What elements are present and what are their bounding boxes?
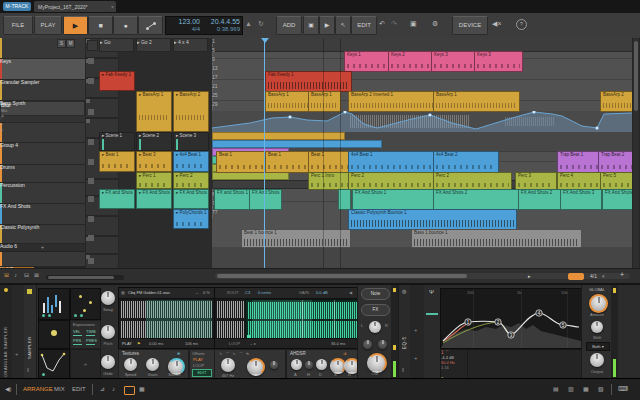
band-q-value[interactable]: 1.16	[441, 365, 467, 370]
mod-amount-bar[interactable]	[426, 313, 438, 315]
eq5-tab[interactable]: EQ-5	[402, 309, 407, 349]
sample-stretch-value[interactable]: 0 %	[203, 290, 210, 295]
filter-type-icons[interactable]: ∿⌒∿⌒≋	[219, 351, 252, 356]
play-from-start-icon[interactable]: ▶	[319, 16, 335, 35]
arranger-clip-perc-5[interactable]: Perc 5	[600, 172, 632, 190]
out-knob[interactable]	[367, 353, 387, 373]
automation-write-button[interactable]	[138, 16, 163, 35]
launcher-hscrollbar[interactable]	[46, 275, 124, 280]
empty-modulator-slot[interactable]: +	[70, 349, 101, 379]
eq-node-3[interactable]: 3	[508, 332, 514, 338]
eq-node-1[interactable]: 1	[465, 319, 471, 325]
track-row-granular-sampler[interactable]: Granular SamplerSM	[0, 59, 85, 80]
automation-point[interactable]	[532, 111, 535, 114]
follow-playhead-icon[interactable]: ▸	[528, 273, 531, 279]
inspector-icon[interactable]: ▥	[568, 386, 574, 393]
tab-led[interactable]	[27, 289, 32, 294]
mod-out-dot[interactable]	[42, 373, 45, 376]
arranger-clip-bassarp-1[interactable]: BassArp 1	[433, 91, 520, 112]
expr-vel[interactable]: VEL	[73, 329, 81, 334]
note-tool-icon[interactable]: ♪	[112, 386, 115, 393]
edit-button[interactable]: EDIT	[351, 16, 377, 35]
filter-mod-knob[interactable]	[270, 361, 278, 369]
cents-value[interactable]: 0 cents	[258, 290, 271, 295]
launcher-clip-fab-keedy-1[interactable]: ▸ Fab Keedy 1	[99, 71, 135, 91]
settings-gear-icon[interactable]: ⚙	[432, 20, 438, 28]
eq-modulator-slot[interactable]: Ψ	[424, 285, 440, 380]
launcher-hscroll-thumb[interactable]	[48, 276, 114, 279]
time-signature[interactable]: 4/4	[192, 26, 200, 33]
loop-marker-b[interactable]	[334, 300, 335, 340]
send1-knob[interactable]	[363, 340, 372, 349]
arranger-clip-keys-3[interactable]: Keys 3	[474, 51, 523, 72]
arranger-clip-trap-beat-1[interactable]: Trap Beat 1	[557, 151, 601, 173]
close-icon[interactable]: ×	[111, 4, 114, 10]
eq-enable-icon[interactable]: ◎	[402, 288, 406, 294]
play-menu-button[interactable]: PLAY	[34, 16, 62, 35]
output-knob[interactable]	[590, 353, 604, 367]
arranger-clip-keys-1[interactable]: Keys 1	[344, 51, 391, 72]
env-route-icon[interactable]: ⇉	[343, 351, 346, 356]
virtual-keyboard-icon[interactable]: ⌨	[618, 385, 628, 393]
arranger-clip-4x4-beat-1[interactable]: 4x4 Beat 1	[348, 151, 436, 173]
launcher-clip-perc-1[interactable]: ▸ Perc 1	[136, 172, 172, 189]
device-enable-led[interactable]	[4, 288, 8, 292]
arranger-clip-perc-3[interactable]: Perc 3	[515, 172, 557, 190]
clip-stop-button[interactable]	[88, 235, 94, 241]
selection-highlight[interactable]	[252, 300, 312, 340]
dual-view-icon[interactable]: ⊿	[100, 386, 105, 393]
playhead-marker-icon[interactable]	[261, 38, 269, 43]
eq-curve[interactable]: 12345	[441, 289, 581, 348]
sample-length-ms[interactable]: 106 ms	[185, 341, 198, 346]
add-modulator-icon[interactable]: +	[15, 351, 19, 358]
launcher-clip-fx-and-shots-3[interactable]: ▸ FX And Shots 3	[173, 189, 209, 209]
speed-knob[interactable]	[124, 358, 137, 371]
clip-stop-button[interactable]	[88, 58, 94, 64]
offsets-play[interactable]: PLAY	[193, 357, 203, 362]
audition-speaker-icon[interactable]: ◀	[349, 290, 352, 295]
transport-display[interactable]: 123.00 4/4 20.4.4.55 0:38.969	[165, 16, 243, 35]
file-button[interactable]: FILE	[3, 16, 33, 35]
redo-icon[interactable]: ↷	[391, 20, 397, 28]
launcher-clip-fx-and-shots-2[interactable]: ▸ FX And Shots 2	[136, 189, 172, 209]
tab-mix[interactable]: MIX	[54, 386, 65, 393]
sway-knob[interactable]	[101, 291, 115, 305]
playhead[interactable]	[264, 38, 265, 268]
decay-knob[interactable]	[316, 359, 327, 370]
modulator-curve[interactable]	[38, 349, 70, 379]
automation-lane[interactable]	[212, 111, 632, 133]
expr-prs[interactable]: PRS	[73, 338, 81, 343]
sample-display[interactable]: ▦ Cbq FM Golden 01.wav ↔ 0 % PLAY ⚑ 0.00…	[118, 287, 215, 349]
freeze-icon[interactable]: ❄	[177, 351, 180, 356]
mod-out-dot[interactable]	[42, 314, 45, 317]
loop-mode-icons[interactable]: → ▸	[249, 341, 256, 346]
io-icon[interactable]: ▦	[583, 386, 589, 393]
mod-out-dot[interactable]	[48, 314, 51, 317]
launcher-clip-perc-2[interactable]: ▸ Perc 2	[173, 172, 209, 189]
device-view-button[interactable]: DEVICE	[452, 16, 488, 35]
arranger-clip-perc-1-intro[interactable]: Perc 1 Intro	[308, 172, 351, 190]
arranger-clip-fx-and-shots-2[interactable]: FX And Shots 2	[433, 189, 519, 210]
sample-filename[interactable]: Cbq FM Golden 01.wav	[128, 290, 170, 295]
pitch-knob[interactable]	[101, 325, 115, 339]
panel-icon-grid[interactable]: ⊞	[4, 272, 9, 279]
grid-dropdown-chevron-icon[interactable]: ▾	[602, 273, 605, 279]
arranger-clip-beat-1[interactable]: Beat 1	[308, 151, 351, 173]
pan-knob[interactable]	[369, 321, 381, 333]
loop-start-value[interactable]: 36.0 ms	[331, 341, 345, 346]
arranger-clip-keys-2[interactable]: Keys 2	[388, 51, 435, 72]
arranger-clip-perc-2[interactable]: Perc 2	[433, 172, 512, 190]
arranger-clip-beat-1[interactable]: Beat 1	[216, 151, 266, 173]
arranger-clip-fx-and-shots-3[interactable]: FX And Shots 3	[560, 189, 602, 210]
launcher-clip-fx-and-shots-1[interactable]: ▸ FX and Shots 1	[99, 189, 135, 209]
expand-tab-icon[interactable]: ‖	[27, 367, 29, 373]
add-button[interactable]: ADD	[276, 16, 302, 35]
panel-icon-close[interactable]: ⊠	[34, 272, 39, 279]
resonance-knob[interactable]	[247, 358, 265, 376]
solo-button[interactable]: S	[57, 39, 66, 48]
arranger-hscroll-thumb[interactable]	[217, 274, 467, 278]
vscroll-thumb[interactable]	[634, 41, 638, 111]
arranger-clip-fx-and-shots-1[interactable]: FX and Shots 1	[214, 189, 252, 210]
group-scene-scene-3[interactable]: ▸ Scene 3	[173, 132, 209, 151]
record-button[interactable]: ●	[113, 16, 138, 35]
